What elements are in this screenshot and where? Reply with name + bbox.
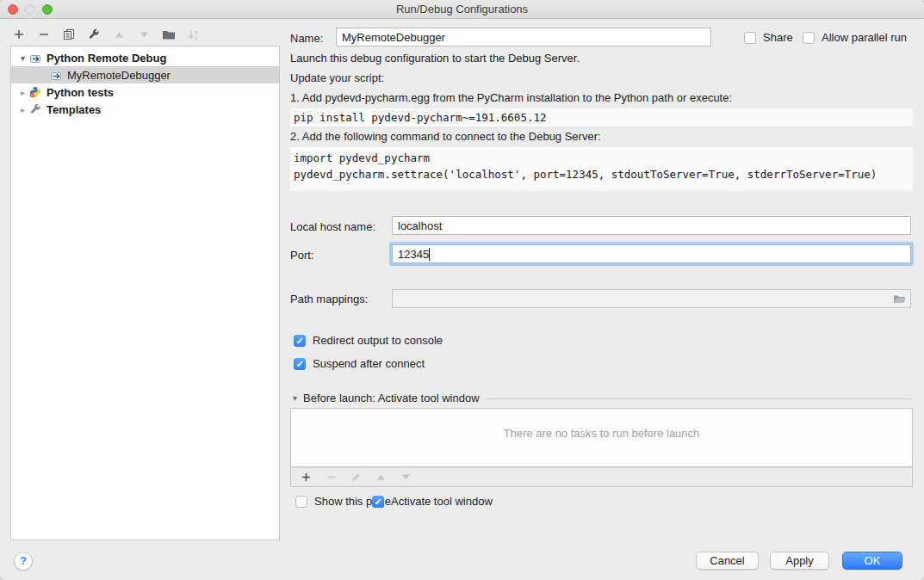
templates-wrench-icon [28,103,42,115]
remote-debug-config-icon [49,69,63,81]
minimize-window-button [25,4,35,15]
run-debug-configurations-dialog: Run/Debug Configurations az ▾ [0,0,924,580]
name-input[interactable] [336,28,711,46]
remote-debug-config-icon [28,52,42,64]
share-checkbox-row: Share [744,31,793,44]
python-tests-icon [28,86,42,98]
update-script-text: Update your script: [290,71,384,84]
tree-item-label: MyRemoteDebugger [67,69,171,82]
remove-task-icon[interactable] [324,471,338,484]
move-up-icon[interactable] [112,28,126,41]
local-host-name-label: Local host name: [290,220,375,233]
move-down-icon[interactable] [137,28,151,41]
allow-parallel-run-checkbox-row: Allow parallel run [803,31,907,44]
no-tasks-text: There are no tasks to run before launch [291,409,912,440]
traffic-lights [8,4,53,15]
remove-configuration-icon[interactable] [37,28,51,41]
close-window-button[interactable] [8,4,18,15]
svg-text:z: z [195,35,198,41]
before-launch-task-list[interactable]: There are no tasks to run before launch [290,408,913,467]
port-label: Port: [290,249,313,262]
add-task-icon[interactable] [299,471,313,484]
tree-item-label: Templates [47,103,101,116]
new-folder-icon[interactable] [162,28,176,41]
path-mappings-field[interactable] [392,289,911,308]
allow-parallel-run-checkbox[interactable] [803,32,815,44]
move-task-down-icon[interactable] [399,471,412,484]
settrace-code-block: import pydevd_pycharmpydevd_pycharm.sett… [290,147,913,191]
text-caret [429,248,430,261]
edit-task-pencil-icon[interactable] [349,471,363,484]
open-folder-icon[interactable] [893,292,907,305]
share-label[interactable]: Share [763,31,793,44]
tree-item-myremotedebugger[interactable]: MyRemoteDebugger [11,66,279,83]
edit-templates-wrench-icon[interactable] [87,28,101,41]
task-toolbar [290,467,913,487]
before-launch-label: Before launch: Activate tool window [303,392,480,404]
tree-item-label: Python Remote Debug [47,52,166,65]
port-input[interactable] [392,244,911,263]
before-launch-header: ▾ Before launch: Activate tool window [293,392,911,404]
cancel-button[interactable]: Cancel [696,552,759,570]
redirect-output-label[interactable]: Redirect output to console [313,334,443,347]
share-checkbox[interactable] [744,32,756,44]
zoom-window-button[interactable] [42,4,53,15]
tree-item-python-tests[interactable]: ▸ Python tests [11,83,279,101]
titlebar: Run/Debug Configurations [0,0,924,19]
intro-text: Launch this debug configuration to start… [290,52,580,65]
tree-item-templates[interactable]: ▸ Templates [11,101,279,118]
redirect-output-checkbox[interactable] [294,335,306,347]
show-this-page-checkbox[interactable] [295,496,307,508]
copy-configuration-icon[interactable] [62,28,76,41]
step2-text: 2. Add the following command to connect … [290,130,601,143]
suspend-after-connect-checkbox[interactable] [294,358,306,370]
collapse-section-arrow-icon[interactable]: ▾ [293,393,297,403]
section-separator-line [486,398,911,399]
redirect-output-row: Redirect output to console [294,334,443,347]
configurations-toolbar: az [12,27,201,42]
activate-tool-window-label[interactable]: Activate tool window [391,495,493,508]
collapse-arrow-icon[interactable]: ▸ [17,88,28,97]
window-title: Run/Debug Configurations [0,0,924,18]
apply-button[interactable]: Apply [770,552,829,570]
activate-tool-window-row: Activate tool window [372,495,493,508]
move-task-up-icon[interactable] [374,471,388,484]
pip-install-code-block: pip install pydevd-pycharm~=191.6605.12 [290,108,913,126]
activate-tool-window-checkbox[interactable] [372,496,384,508]
expand-arrow-icon[interactable]: ▾ [17,53,28,63]
local-host-name-input[interactable] [392,216,911,235]
tree-item-python-remote-debug[interactable]: ▾ Python Remote Debug [11,49,279,66]
collapse-arrow-icon[interactable]: ▸ [17,105,28,114]
name-label: Name: [290,32,323,45]
sort-alphabetically-icon[interactable]: az [187,28,201,41]
code-line-settrace: pydevd_pycharm.settrace('localhost', por… [294,168,877,181]
allow-parallel-run-label[interactable]: Allow parallel run [822,31,907,44]
suspend-after-connect-label[interactable]: Suspend after connect [313,357,425,370]
svg-text:a: a [195,29,198,35]
ok-button[interactable]: OK [842,552,902,570]
configurations-tree: ▾ Python Remote Debug MyRemoteDebugger ▸… [10,46,280,540]
help-button[interactable]: ? [14,552,33,571]
add-configuration-icon[interactable] [12,28,26,41]
step1-text: 1. Add pydevd-pycharm.egg from the PyCha… [290,91,732,104]
tree-item-label: Python tests [47,86,114,99]
suspend-after-connect-row: Suspend after connect [294,357,425,370]
path-mappings-label: Path mappings: [290,293,368,305]
code-line-import: import pydevd_pycharm [294,151,430,164]
